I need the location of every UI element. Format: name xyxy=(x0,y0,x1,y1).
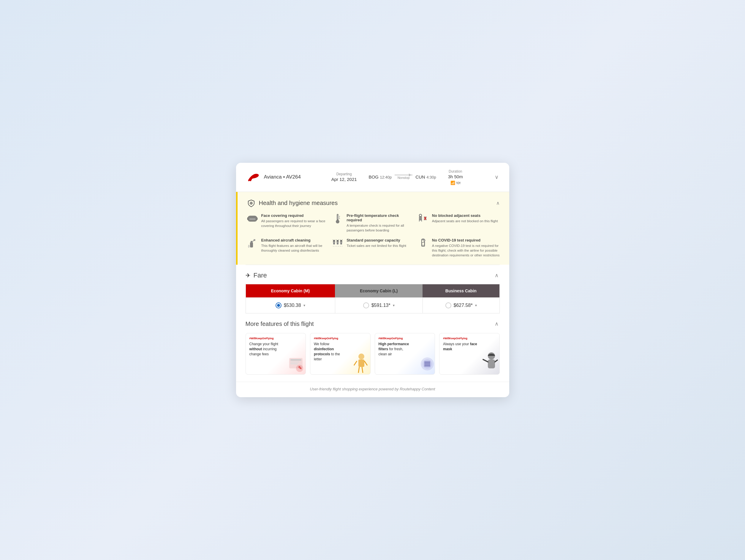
departing-label: Departing xyxy=(331,172,357,176)
feature-card-inner-1: #WillKeepOnFlying Change your flight wit… xyxy=(246,333,306,374)
fare-price-business[interactable]: $627.58* ▾ xyxy=(423,298,499,313)
feature-illustration-4 xyxy=(479,350,499,374)
health-collapse-button[interactable]: ∧ xyxy=(496,200,500,206)
fare-price-economy-m[interactable]: $530.38 ▾ xyxy=(246,298,335,313)
health-title-covid-test: No COVID-19 test required xyxy=(432,238,500,242)
svg-line-48 xyxy=(354,361,357,365)
mask-icon xyxy=(247,213,258,224)
flight-card: Avianca • AV264 Departing Apr 12, 2021 B… xyxy=(236,163,509,397)
wifi-icon: 📶 xyxy=(450,181,455,185)
price-economy-m: $530.38 xyxy=(284,303,301,308)
fare-collapse-button[interactable]: ∧ xyxy=(493,271,500,280)
fare-col-business[interactable]: Business Cabin xyxy=(423,284,499,298)
feature-card-filters[interactable]: #WillKeepOnFlying High performance filte… xyxy=(375,333,435,375)
departing-date: Apr 12, 2021 xyxy=(331,177,357,182)
health-text-covid-test: No COVID-19 test required A negative COV… xyxy=(432,238,500,257)
health-title-face-covering: Face covering required xyxy=(261,213,329,218)
fare-price-economy-l[interactable]: $591.13* ▾ xyxy=(335,298,423,313)
svg-text:✎: ✎ xyxy=(298,365,302,370)
fare-col-economy-m[interactable]: Economy Cabin (M) xyxy=(246,284,335,298)
svg-line-49 xyxy=(364,361,367,365)
capacity-icon xyxy=(332,238,343,249)
features-collapse-button[interactable]: ∧ xyxy=(493,319,500,328)
price-business: $627.58* xyxy=(454,303,473,308)
health-title-cleaning: Enhanced aircraft cleaning xyxy=(261,238,329,242)
feature-card-inner-2: #WillKeepOnFlying We follow disinfection… xyxy=(310,333,370,374)
svg-rect-8 xyxy=(419,220,420,222)
health-desc-capacity: Ticket sales are not limited for this fl… xyxy=(347,243,406,248)
health-title-no-blocked-seats: No blocked adjacent seats xyxy=(432,213,498,218)
spray-icon xyxy=(247,238,258,249)
price-dropdown-economy-m[interactable]: ▾ xyxy=(303,303,305,308)
airline-info: Avianca • AV264 xyxy=(246,170,301,184)
health-item-covid-test: No COVID-19 test required A negative COV… xyxy=(418,238,500,257)
features-section: More features of this flight ∧ #WillKeep… xyxy=(236,313,509,382)
seat-blocked-icon xyxy=(418,213,428,224)
duration-group: Duration 3h 50m 📶 🍽 xyxy=(448,169,463,185)
duration-label: Duration xyxy=(448,169,463,174)
svg-rect-42 xyxy=(290,362,299,363)
footer: User-friendly flight shopping experience… xyxy=(236,382,509,397)
features-header: More features of this flight ∧ xyxy=(246,319,500,328)
radio-economy-l[interactable] xyxy=(363,303,369,308)
health-desc-temp-check: A temperature check is required for all … xyxy=(347,223,414,232)
meal-icon: 🍽 xyxy=(456,181,460,185)
feature-card-disinfection[interactable]: #WillKeepOnFlying We follow disinfection… xyxy=(310,333,370,375)
svg-rect-21 xyxy=(333,242,335,245)
radio-business[interactable] xyxy=(445,303,451,308)
svg-rect-29 xyxy=(340,242,342,245)
svg-line-50 xyxy=(358,367,359,373)
feature-illustration-2 xyxy=(350,350,370,374)
arrow-line xyxy=(395,175,413,175)
svg-point-2 xyxy=(336,220,339,223)
svg-point-46 xyxy=(358,353,364,360)
feature-card-inner-3: #WillKeepOnFlying High performance filte… xyxy=(375,333,435,374)
flight-header: Avianca • AV264 Departing Apr 12, 2021 B… xyxy=(236,163,509,192)
shield-health-icon xyxy=(247,199,255,207)
departing-group: Departing Apr 12, 2021 xyxy=(331,172,357,182)
svg-line-51 xyxy=(362,367,363,373)
fare-title: Fare xyxy=(254,272,267,279)
header-collapse-button[interactable]: ∨ xyxy=(493,173,500,182)
price-dropdown-business[interactable]: ▾ xyxy=(475,303,477,308)
fare-title-group: ✈ Fare xyxy=(246,272,267,279)
svg-rect-58 xyxy=(488,360,495,368)
health-text-temp-check: Pre-flight temperature check required A … xyxy=(347,213,414,232)
dest-time: 4:30p xyxy=(426,175,436,180)
feature-hashtag-4: #WillKeepOnFlying xyxy=(443,337,496,340)
flight-details: Departing Apr 12, 2021 BOG 12:40p Nonsto… xyxy=(331,169,463,185)
feature-text-1: Change your flight without incurring cha… xyxy=(250,342,284,356)
price-dropdown-economy-l[interactable]: ▾ xyxy=(393,303,395,308)
svg-rect-47 xyxy=(358,360,364,367)
feature-text-2: We follow disinfection protocols to the … xyxy=(314,342,348,362)
price-economy-l: $591.13* xyxy=(371,303,390,308)
health-item-temp-check: Pre-flight temperature check required A … xyxy=(332,213,414,232)
airline-logo xyxy=(246,170,260,184)
svg-rect-16 xyxy=(254,239,255,241)
fare-section-header: ✈ Fare ∧ xyxy=(246,271,500,280)
health-text-capacity: Standard passenger capacity Ticket sales… xyxy=(347,238,406,248)
feature-text-4: Always use your face mask xyxy=(443,342,477,352)
health-desc-face-covering: All passengers are required to wear a fa… xyxy=(261,219,329,228)
feature-card-face-mask[interactable]: #WillKeepOnFlying Always use your face m… xyxy=(439,333,500,375)
dest-group: CUN 4:30p xyxy=(415,175,436,180)
fare-col-economy-l[interactable]: Economy Cabin (L) xyxy=(335,284,423,298)
feature-text-3: High performance filters for fresh, clea… xyxy=(379,342,413,356)
health-text-cleaning: Enhanced aircraft cleaning This flight f… xyxy=(261,238,329,253)
radio-economy-m[interactable] xyxy=(276,303,282,308)
route-group: BOG 12:40p Nonstop CUN 4:30p xyxy=(369,175,436,180)
feature-card-change-flight[interactable]: #WillKeepOnFlying Change your flight wit… xyxy=(246,333,306,375)
svg-rect-41 xyxy=(290,359,301,361)
svg-rect-14 xyxy=(250,242,253,247)
features-title: More features of this flight xyxy=(246,320,314,328)
health-desc-covid-test: A negative COVID-19 test is not required… xyxy=(432,243,500,257)
svg-rect-3 xyxy=(337,216,338,216)
origin-group: BOG 12:40p xyxy=(369,175,392,180)
route-arrow: Nonstop xyxy=(395,175,413,180)
health-title-capacity: Standard passenger capacity xyxy=(347,238,406,242)
health-text-no-blocked-seats: No blocked adjacent seats Adjacent seats… xyxy=(432,213,498,223)
feature-hashtag-3: #WillKeepOnFlying xyxy=(379,337,431,340)
svg-rect-5 xyxy=(337,218,338,219)
svg-rect-43 xyxy=(290,363,298,364)
health-item-capacity: Standard passenger capacity Ticket sales… xyxy=(332,238,414,257)
